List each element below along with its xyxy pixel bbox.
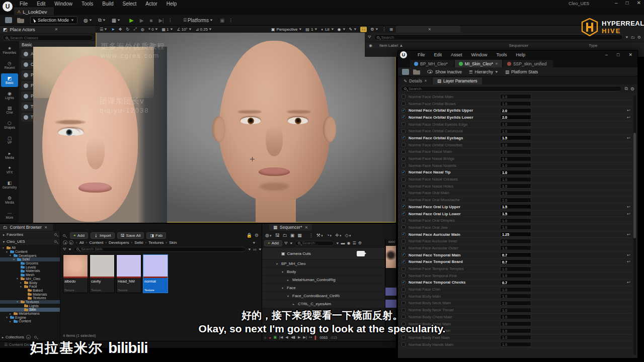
folder-tree-item[interactable]: Baked [0, 289, 60, 293]
forward-icon[interactable]: ▸ [69, 240, 73, 245]
browse-icon[interactable] [413, 69, 420, 75]
cinematics-dropdown[interactable]: ▦▼ [112, 18, 120, 23]
reset-to-default-icon[interactable]: ↩ [627, 259, 631, 264]
parameter-value-field[interactable]: 1.0 [500, 314, 531, 319]
parameter-checkbox[interactable] [401, 136, 406, 140]
filter-icon[interactable]: ⛛ [63, 247, 66, 252]
asset-tile[interactable]: cavity Texture [90, 254, 115, 293]
sequencer-track[interactable]: ▾ Body [262, 268, 385, 276]
add-button[interactable]: +Add [70, 232, 88, 239]
material-window-titlebar[interactable]: U FileEditAssetWindowToolsHelp – □ ✕ [398, 51, 637, 59]
sequencer-tab[interactable]: ▦ Sequencer* ✕ [269, 224, 312, 231]
parameter-row[interactable]: Normal Face Nasal Tip 1.0 ↩ [398, 169, 631, 176]
viewport-options-icon[interactable]: ☰▼ [100, 27, 107, 32]
brush-dropdown[interactable]: ✎▼ [349, 27, 357, 32]
view-mode-dropdown[interactable]: ◐ Lit▼ [321, 27, 334, 32]
parameter-checkbox[interactable] [401, 253, 406, 257]
parameter-row[interactable]: Normal Face Oral Lip Lower 1.5 ↩ [398, 211, 631, 218]
visibility-column-icon[interactable]: ◉ [365, 43, 372, 48]
breadcrumb-item[interactable]: All [75, 240, 85, 245]
parameter-row[interactable]: Normal Face Orbital Eyelids Lower 2.0 ↩ [398, 114, 631, 121]
parameter-value-field[interactable]: 1.0 [500, 328, 531, 333]
select-tool-icon[interactable]: ➤ [111, 27, 115, 32]
playback-options-icon[interactable]: ◔▼ [327, 233, 332, 238]
sequencer-add-button[interactable]: +Add [264, 240, 282, 246]
layer-parameters-tab[interactable]: ▤ Layer Parameters [433, 77, 482, 84]
parameter-value-field[interactable]: 1.5 [500, 135, 531, 140]
place-actors-category[interactable]: ◉ Lights [1, 88, 18, 102]
place-actors-search[interactable] [3, 35, 93, 41]
parameter-value-field[interactable]: 1.0 [500, 287, 531, 292]
folder-tree-item[interactable]: Mesh [0, 273, 60, 277]
minimize-button[interactable]: – [615, 0, 618, 6]
asset-editor-tab[interactable]: MI_Skin_Cleo* ✕ [455, 60, 502, 67]
parameter-checkbox[interactable] [401, 212, 406, 216]
prev-frame-icon[interactable]: ◀ [285, 335, 288, 339]
parameter-checkbox[interactable] [401, 225, 406, 229]
menu-item[interactable]: Window [467, 52, 492, 57]
parameter-row[interactable]: Normal Face Orbital Caruncula 1.0 ↩ [398, 128, 631, 135]
parameter-value-field[interactable]: 1.0 [500, 94, 531, 99]
breadcrumb-item[interactable]: Content [85, 240, 105, 245]
parameter-row[interactable]: Normal Face Orbital Eyelids Upper 2.0 ↩ [398, 107, 631, 114]
settings-icon[interactable]: ⚙ [255, 233, 262, 238]
parameter-value-field[interactable]: 1.0 [500, 191, 531, 196]
maximize-button[interactable]: □ [617, 52, 619, 57]
parameter-checkbox[interactable] [401, 281, 406, 285]
play-forward-icon[interactable]: ▶ [298, 335, 300, 339]
parameter-row[interactable]: Normal Body Hands Main 1.0 ↩ [398, 341, 631, 348]
place-actors-category[interactable]: ▢ VP [1, 133, 18, 147]
platforms-dropdown[interactable]: ⌸ Platforms▼ [184, 17, 213, 23]
maximize-viewport-icon[interactable]: ⊞ [389, 27, 393, 32]
parameter-row[interactable]: Normal Face Auricular Main 1.25 ↩ [398, 231, 631, 238]
place-actors-category[interactable]: ▸ Media [1, 148, 18, 162]
asset-search-input[interactable] [81, 247, 243, 251]
parameter-value-field[interactable]: 1.0 [500, 184, 531, 189]
menu-item[interactable]: Actor [141, 1, 162, 7]
parameter-checkbox[interactable] [401, 260, 406, 264]
menu-item[interactable]: Edit [430, 52, 447, 57]
sequencer-track[interactable]: ▸ MetaHuman_ControlRig [262, 276, 385, 284]
close-button[interactable]: ✕ [628, 52, 632, 57]
scrollbar-thumb[interactable] [633, 133, 636, 238]
play-button[interactable]: ▶ [129, 17, 133, 24]
menu-item[interactable]: Tools [77, 1, 98, 7]
platform-stats-button[interactable]: ▥ Platform Stats [505, 69, 538, 74]
parameter-value-field[interactable]: 1.5 [500, 211, 531, 216]
folder-tree-item[interactable]: ▾ All [0, 246, 60, 250]
place-actors-category[interactable]: ⋯ More [1, 208, 18, 222]
stop-icon[interactable]: ■ [149, 18, 152, 23]
sequencer-track[interactable]: ▾ Face [262, 284, 385, 292]
camera-cuts-track[interactable]: ▣ Camera Cuts [262, 248, 385, 259]
play-reverse-icon[interactable]: ◀▮ [291, 335, 295, 339]
menu-item[interactable]: Build [98, 1, 118, 7]
parameter-row[interactable]: Normal Face Temporal Fine 1.0 ↩ [398, 273, 631, 280]
parameter-checkbox[interactable] [401, 143, 406, 147]
selection-mode-dropdown[interactable]: Selection Mode ▼ [30, 16, 77, 24]
parameter-value-field[interactable]: 1.0 [500, 198, 531, 203]
viewport-settings-icon[interactable]: ⚙▼ [370, 27, 378, 32]
menu-item[interactable]: Asset [446, 52, 467, 57]
folder-tree-item[interactable]: ▾ Face [0, 285, 60, 289]
parameter-row[interactable]: Normal Face Nasal Bridge 1.0 ↩ [398, 155, 631, 162]
parameter-checkbox[interactable] [401, 308, 406, 312]
camera-lock-button[interactable] [357, 251, 365, 256]
place-actors-category[interactable]: ◧ Geometry [1, 178, 18, 192]
asset-tile[interactable]: Head_NM Texture [116, 254, 141, 293]
place-actors-category[interactable]: ⬡ Shapes [1, 118, 18, 132]
sequencer-search[interactable] [295, 241, 334, 246]
parameter-value-field[interactable]: 1.0 [500, 163, 531, 168]
parameter-checkbox[interactable] [401, 184, 406, 188]
breadcrumb-item[interactable]: Skin [165, 240, 178, 245]
parameter-value-field[interactable]: 1.5 [500, 204, 531, 209]
parameter-checkbox[interactable] [401, 219, 406, 223]
rotate-tool-icon[interactable]: ↻ [126, 27, 130, 32]
parameter-value-field[interactable]: 0.7 [500, 252, 531, 257]
parameter-row[interactable]: Normal Face Oral Moustache 1.0 ↩ [398, 197, 631, 204]
parameter-row[interactable]: Normal Face Orbital Crowsfeet 1.0 ↩ [398, 142, 631, 149]
parameter-value-field[interactable]: 1.0 [500, 321, 531, 326]
loop-icon[interactable]: ○ [264, 336, 266, 339]
sequencer-timeline-strip[interactable]: 0000 [385, 239, 396, 333]
search-icon[interactable] [54, 240, 57, 243]
view-options-icon[interactable]: ⚏ [253, 247, 257, 251]
